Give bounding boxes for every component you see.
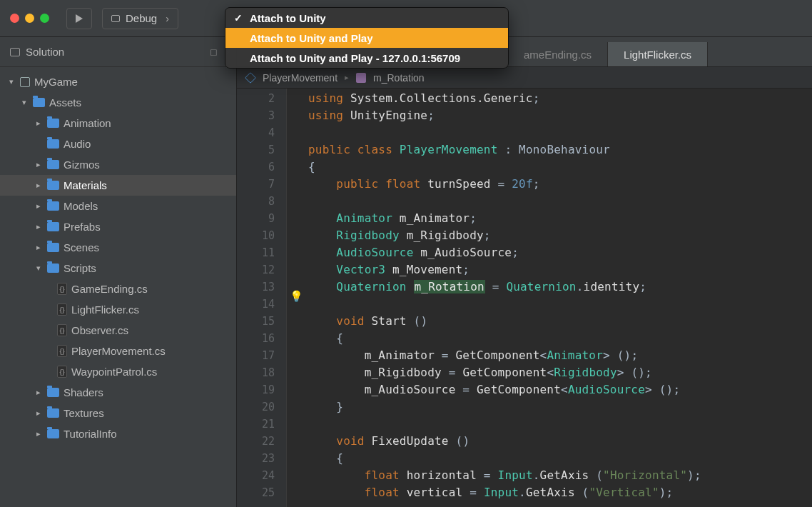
configuration-label: Debug	[126, 12, 157, 24]
disclosure-arrow-icon[interactable]: ▸	[34, 243, 43, 252]
tab-lightflicker[interactable]: LightFlicker.cs	[608, 42, 708, 66]
folder-prefabs[interactable]: ▸ Prefabs	[0, 216, 236, 237]
dropdown-item-attach-unity-play-addr[interactable]: Attach to Unity and Play - 127.0.0.1:567…	[225, 48, 508, 68]
folder-icon	[47, 139, 59, 149]
folder-scenes[interactable]: ▸ Scenes	[0, 237, 236, 258]
file-label: GameEnding.cs	[71, 283, 148, 295]
run-button[interactable]	[66, 8, 92, 29]
folder-icon	[47, 263, 59, 273]
breadcrumb-member[interactable]: m_Rotation	[373, 72, 425, 84]
line-number: 14	[237, 296, 275, 313]
line-number: 13	[237, 278, 275, 296]
folder-label: Shaders	[64, 386, 103, 398]
line-number: 12	[237, 261, 275, 278]
disclosure-arrow-icon[interactable]: ▾	[20, 98, 29, 107]
disclosure-arrow-icon[interactable]: ▸	[34, 388, 43, 397]
play-icon	[76, 14, 83, 23]
project-name: MyGame	[34, 76, 78, 88]
tab-label: ameEnding.cs	[524, 49, 592, 61]
folder-audio[interactable]: ▸ Audio	[0, 134, 236, 154]
folder-label: Scenes	[64, 241, 99, 254]
file-lightflicker[interactable]: {} LightFlicker.cs	[0, 299, 236, 320]
tab-label: LightFlicker.cs	[624, 49, 691, 61]
disclosure-arrow-icon[interactable]: ▸	[34, 181, 43, 190]
folder-textures[interactable]: ▸ Textures	[0, 403, 236, 423]
line-number: 9	[237, 210, 275, 227]
folder-assets[interactable]: ▾ Assets	[0, 92, 236, 113]
chevron-right-icon: ▸	[345, 73, 349, 82]
folder-label: Audio	[64, 138, 91, 150]
project-icon	[20, 77, 30, 87]
disclosure-arrow-icon[interactable]: ▸	[34, 408, 43, 418]
project-node[interactable]: ▾ MyGame	[0, 71, 236, 92]
folder-animation[interactable]: ▸ Animation	[0, 113, 236, 134]
disclosure-arrow-icon[interactable]: ▸	[34, 160, 43, 169]
class-icon	[245, 72, 256, 84]
file-gameending[interactable]: {} GameEnding.cs	[0, 278, 236, 299]
check-icon: ✓	[234, 12, 243, 24]
folder-scripts[interactable]: ▾ Scripts	[0, 258, 236, 278]
folder-icon	[33, 98, 45, 107]
disclosure-arrow-icon[interactable]: ▸	[34, 222, 43, 231]
close-window-button[interactable]	[10, 14, 19, 23]
code-content[interactable]: using System.Collections.Generic; using …	[287, 89, 812, 507]
folder-tutorialinfo[interactable]: ▸ TutorialInfo	[0, 423, 236, 444]
window-controls	[10, 14, 49, 23]
disclosure-arrow-icon[interactable]: ▸	[34, 119, 43, 128]
configuration-selector[interactable]: Debug ›	[102, 8, 178, 29]
folder-icon	[47, 429, 59, 438]
csharp-file-icon: {}	[57, 324, 67, 336]
csharp-file-icon: {}	[57, 283, 67, 295]
pad-square-icon[interactable]: ◻	[210, 46, 218, 57]
solution-icon	[10, 48, 20, 56]
file-waypointpatrol[interactable]: {} WaypointPatrol.cs	[0, 361, 236, 382]
line-number: 11	[237, 244, 275, 261]
folder-icon	[47, 408, 59, 418]
folder-shaders[interactable]: ▸ Shaders	[0, 382, 236, 403]
dropdown-item-label: Attach to Unity and Play - 127.0.0.1:567…	[250, 52, 460, 64]
chevron-right-icon: ›	[166, 13, 169, 24]
folder-icon	[47, 181, 59, 190]
folder-icon	[47, 160, 59, 169]
line-number: 21	[237, 416, 275, 433]
folder-label: Materials	[64, 179, 107, 191]
folder-gizmos[interactable]: ▸ Gizmos	[0, 154, 236, 175]
run-target-dropdown: ✓ Attach to Unity Attach to Unity and Pl…	[225, 7, 509, 69]
dropdown-item-attach-unity-play[interactable]: Attach to Unity and Play	[225, 28, 508, 48]
folder-label: Assets	[49, 96, 81, 109]
line-number: 22	[237, 433, 275, 450]
folder-materials[interactable]: ▸ Materials	[0, 175, 236, 196]
main-split: Solution ◻ › ▾ MyGame ▾ Assets ▸ Animati…	[0, 37, 812, 507]
breadcrumb-class[interactable]: PlayerMovement	[263, 72, 338, 84]
line-number: 18	[237, 364, 275, 381]
device-icon	[111, 15, 120, 22]
line-number: 6	[237, 159, 275, 176]
tab-gameending[interactable]: ameEnding.cs	[508, 42, 608, 66]
line-number: 16	[237, 330, 275, 347]
file-label: LightFlicker.cs	[71, 303, 139, 316]
line-number: 4	[237, 124, 275, 141]
folder-label: Textures	[64, 407, 104, 419]
folder-icon	[47, 201, 59, 211]
disclosure-arrow-icon[interactable]: ▸	[34, 429, 43, 438]
line-number: 20	[237, 398, 275, 416]
line-number: 17	[237, 347, 275, 364]
csharp-file-icon: {}	[57, 345, 67, 357]
disclosure-arrow-icon[interactable]: ▸	[34, 201, 43, 211]
disclosure-arrow-icon[interactable]: ▾	[34, 263, 43, 273]
dropdown-item-attach-unity[interactable]: ✓ Attach to Unity	[225, 8, 508, 28]
solution-pad-header: Solution ◻ ›	[0, 37, 236, 67]
minimize-window-button[interactable]	[25, 14, 34, 23]
solution-pad: Solution ◻ › ▾ MyGame ▾ Assets ▸ Animati…	[0, 37, 237, 507]
disclosure-arrow-icon[interactable]: ▾	[7, 77, 16, 86]
line-number: 5	[237, 141, 275, 159]
file-playermovement[interactable]: {} PlayerMovement.cs	[0, 341, 236, 361]
lightbulb-icon[interactable]: 💡	[290, 290, 303, 303]
file-observer[interactable]: {} Observer.cs	[0, 320, 236, 341]
zoom-window-button[interactable]	[40, 14, 49, 23]
dropdown-item-label: Attach to Unity	[250, 12, 326, 24]
breadcrumb: PlayerMovement ▸ m_Rotation	[237, 67, 812, 89]
folder-label: Animation	[64, 117, 111, 129]
code-editor[interactable]: 2345678910111213141516171819202122232425…	[237, 89, 812, 507]
folder-models[interactable]: ▸ Models	[0, 196, 236, 216]
